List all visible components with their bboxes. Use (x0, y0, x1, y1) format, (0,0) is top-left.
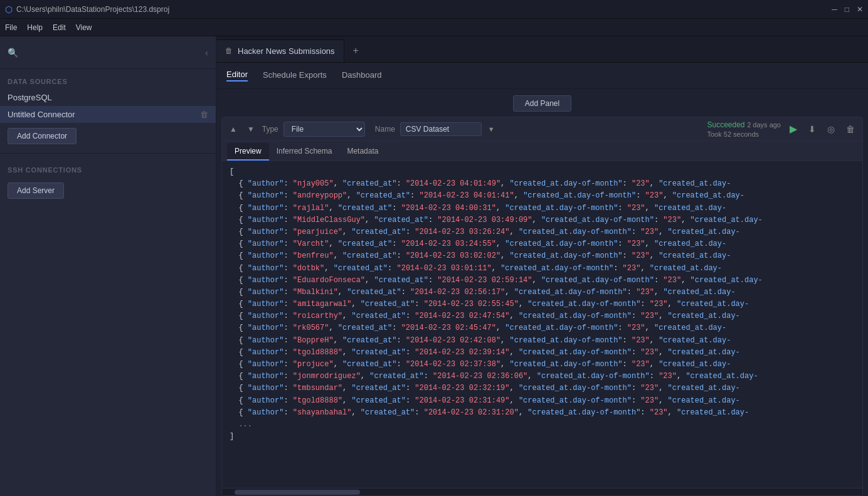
panel-tab-metadata[interactable]: Metadata (339, 143, 386, 161)
delete-connector-icon[interactable]: 🗑 (200, 110, 208, 119)
type-label: Type (262, 125, 278, 134)
sidebar-collapse-button[interactable]: ‹ (205, 48, 208, 58)
sidebar-item-postgresql[interactable]: PostgreSQL (0, 89, 216, 106)
menu-bar: File Help Edit View (0, 19, 868, 36)
panel-nav-up[interactable]: ▲ (227, 124, 240, 135)
status-took-text: Took 52 seconds (707, 130, 760, 138)
title-path: C:\Users\philn\DataStationProjects\123.d… (16, 5, 169, 14)
app-icon: ⬡ (5, 4, 13, 14)
panel-tab-preview[interactable]: Preview (227, 143, 269, 161)
ssh-connections-label: SSH CONNECTIONS (0, 157, 216, 177)
title-bar-left: ⬡ C:\Users\philn\DataStationProjects\123… (5, 4, 169, 14)
name-input[interactable] (400, 122, 482, 136)
status-info: Succeeded 2 days ago Took 52 seconds (707, 120, 781, 139)
run-button[interactable]: ▶ (787, 122, 800, 136)
title-bar-controls: ─ □ ✕ (832, 5, 863, 14)
menu-help[interactable]: Help (27, 23, 43, 32)
app-body: 🔍 ‹ DATA SOURCES PostgreSQL Untitled Con… (0, 36, 868, 496)
panel-tabs: Preview Inferred Schema Metadata (222, 141, 862, 161)
tab-hacker-news[interactable]: 🗑 Hacker News Submissions (216, 40, 344, 62)
panel-header: ▲ ▼ Type File Database HTTP Name ▼ Succe… (222, 117, 862, 141)
menu-edit[interactable]: Edit (53, 23, 66, 32)
minimize-button[interactable]: ─ (832, 5, 837, 14)
name-label: Name (375, 125, 395, 134)
main-content: 🗑 Hacker News Submissions + Editor Sched… (216, 36, 868, 496)
type-select[interactable]: File Database HTTP (283, 122, 365, 137)
data-sources-label: DATA SOURCES (0, 69, 216, 89)
status-succeeded-text: Succeeded (707, 120, 745, 129)
tab-dashboard[interactable]: Dashboard (342, 70, 382, 81)
panel-tab-inferred-schema[interactable]: Inferred Schema (269, 143, 340, 161)
add-connector-button[interactable]: Add Connector (0, 123, 216, 149)
json-output[interactable]: [ { "author": "njay005", "created_at": "… (222, 161, 862, 488)
status-time-text: 2 days ago (747, 121, 781, 129)
bottom-scrollbar-thumb (235, 490, 360, 495)
add-server-button[interactable]: Add Server (0, 177, 216, 204)
add-panel-button[interactable]: Add Panel (513, 95, 571, 112)
sidebar-divider (0, 153, 216, 154)
name-chevron-icon[interactable]: ▼ (488, 125, 495, 133)
hide-button[interactable]: ◎ (825, 123, 837, 135)
panel-block: ▲ ▼ Type File Database HTTP Name ▼ Succe… (221, 117, 863, 496)
tab-bar: 🗑 Hacker News Submissions + (216, 36, 868, 63)
tab-editor[interactable]: Editor (226, 70, 248, 82)
delete-panel-button[interactable]: 🗑 (844, 123, 857, 135)
panel-status: Succeeded 2 days ago Took 52 seconds ▶ ⬇… (707, 120, 858, 139)
close-button[interactable]: ✕ (857, 5, 863, 14)
bottom-scrollbar[interactable] (222, 488, 862, 495)
sidebar: 🔍 ‹ DATA SOURCES PostgreSQL Untitled Con… (0, 36, 216, 496)
menu-view[interactable]: View (76, 23, 92, 32)
editor-toolbar: Editor Schedule Exports Dashboard (216, 63, 868, 89)
sidebar-item-postgresql-label: PostgreSQL (8, 93, 52, 102)
search-icon: 🔍 (8, 48, 18, 58)
sidebar-item-untitled-label: Untitled Connector (8, 110, 75, 119)
sidebar-header: 🔍 ‹ (0, 36, 216, 69)
maximize-button[interactable]: □ (845, 5, 849, 14)
new-tab-button[interactable]: + (344, 40, 368, 62)
panel-nav-down[interactable]: ▼ (245, 124, 257, 135)
tab-schedule-exports[interactable]: Schedule Exports (263, 70, 327, 81)
panel-area: Add Panel ▲ ▼ Type File Database HTTP Na… (216, 89, 868, 496)
title-bar: ⬡ C:\Users\philn\DataStationProjects\123… (0, 0, 868, 19)
tab-trash-icon[interactable]: 🗑 (225, 46, 233, 55)
sidebar-item-untitled-connector[interactable]: Untitled Connector 🗑 (0, 106, 216, 123)
download-button[interactable]: ⬇ (806, 123, 818, 135)
tab-title: Hacker News Submissions (238, 46, 335, 56)
add-panel-row: Add Panel (216, 89, 868, 117)
sidebar-search[interactable]: 🔍 (8, 48, 18, 58)
menu-file[interactable]: File (5, 23, 17, 32)
